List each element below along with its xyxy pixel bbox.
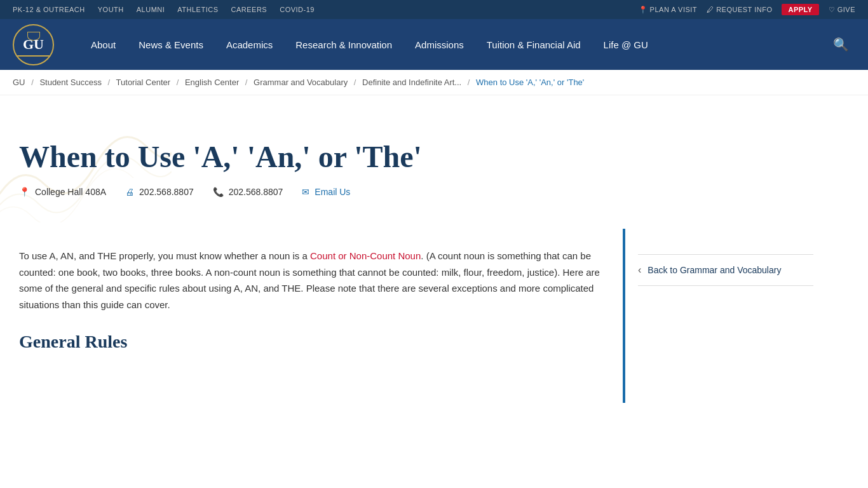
phone1-contact: 🖨 202.568.8807 [125,187,194,197]
utility-link-covid[interactable]: COVID-19 [280,6,315,13]
breadcrumb-current: When to Use 'A,' 'An,' or 'The' [476,78,584,87]
chevron-left-icon: ‹ [638,264,641,276]
breadcrumb: GU / Student Success / Tutorial Center /… [0,70,868,95]
utility-bar-left: PK-12 & OUTREACH YOUTH ALUMNI ATHLETICS … [13,6,315,13]
phone-icon: 📞 [213,187,224,197]
utility-link-careers[interactable]: CAREERS [231,6,268,13]
count-noun-link[interactable]: Count or Non-Count Noun [310,250,421,261]
breadcrumb-definite-indefinite[interactable]: Definite and Indefinite Art... [362,78,461,87]
nav-research-innovation[interactable]: Research & Innovation [284,22,403,68]
request-info-link[interactable]: 🖊 REQUEST INFO [707,6,772,13]
nav-about[interactable]: About [79,22,127,68]
page-title: When to Use 'A,' 'An,' or 'The' [19,140,849,174]
utility-link-alumni[interactable]: ALUMNI [137,6,165,13]
apply-button[interactable]: APPLY [782,4,818,15]
sidebar: ‹ Back to Grammar and Vocabulary [623,229,826,403]
utility-link-youth[interactable]: YOUTH [98,6,124,13]
search-icon[interactable]: 🔍 [827,30,855,58]
phone2-text: 202.568.8807 [229,187,283,197]
back-link-text: Back to Grammar and Vocabulary [648,265,781,275]
nav-news-events[interactable]: News & Events [127,22,215,68]
site-logo[interactable]: GU [13,24,54,65]
phone1-text: 202.568.8807 [139,187,194,197]
main-content: To use A, AN, and THE properly, you must… [0,222,623,403]
breadcrumb-grammar-vocabulary[interactable]: Grammar and Vocabulary [254,78,348,87]
content-wrapper: To use A, AN, and THE properly, you must… [0,222,868,403]
location-contact: 📍 College Hall 408A [19,187,106,197]
breadcrumb-tutorial-center[interactable]: Tutorial Center [116,78,171,87]
general-rules-heading: General Rules [19,332,604,352]
hero-section: When to Use 'A,' 'An,' or 'The' 📍 Colleg… [0,95,868,222]
nav-admissions[interactable]: Admissions [403,22,475,68]
utility-link-athletics[interactable]: ATHLETICS [177,6,218,13]
nav-tuition-financial-aid[interactable]: Tuition & Financial Aid [475,22,592,68]
main-navigation: GU About News & Events Academics Researc… [0,19,868,70]
nav-links-list: About News & Events Academics Research &… [79,22,827,68]
utility-bar-right: 📍 PLAN A VISIT 🖊 REQUEST INFO APPLY ♡ GI… [639,4,855,15]
email-icon: ✉ [302,187,309,197]
utility-link-pk12[interactable]: PK-12 & OUTREACH [13,6,85,13]
email-contact[interactable]: ✉ Email Us [302,187,350,197]
intro-paragraph: To use A, AN, and THE properly, you must… [19,248,604,313]
location-text: College Hall 408A [35,187,106,197]
email-link[interactable]: Email Us [315,187,350,197]
give-link[interactable]: ♡ GIVE [829,6,855,14]
plan-visit-link[interactable]: 📍 PLAN A VISIT [639,6,698,14]
phone2-contact: 📞 202.568.8807 [213,187,283,197]
contact-bar: 📍 College Hall 408A 🖨 202.568.8807 📞 202… [19,187,849,197]
fax-icon: 🖨 [125,187,134,197]
nav-academics[interactable]: Academics [215,22,284,68]
nav-life-at-gu[interactable]: Life @ GU [592,22,660,68]
back-to-grammar-link[interactable]: ‹ Back to Grammar and Vocabulary [638,254,813,286]
utility-bar: PK-12 & OUTREACH YOUTH ALUMNI ATHLETICS … [0,0,868,19]
breadcrumb-student-success[interactable]: Student Success [39,78,102,87]
breadcrumb-gu[interactable]: GU [13,78,25,87]
breadcrumb-english-center[interactable]: English Center [185,78,239,87]
location-icon: 📍 [19,187,30,197]
